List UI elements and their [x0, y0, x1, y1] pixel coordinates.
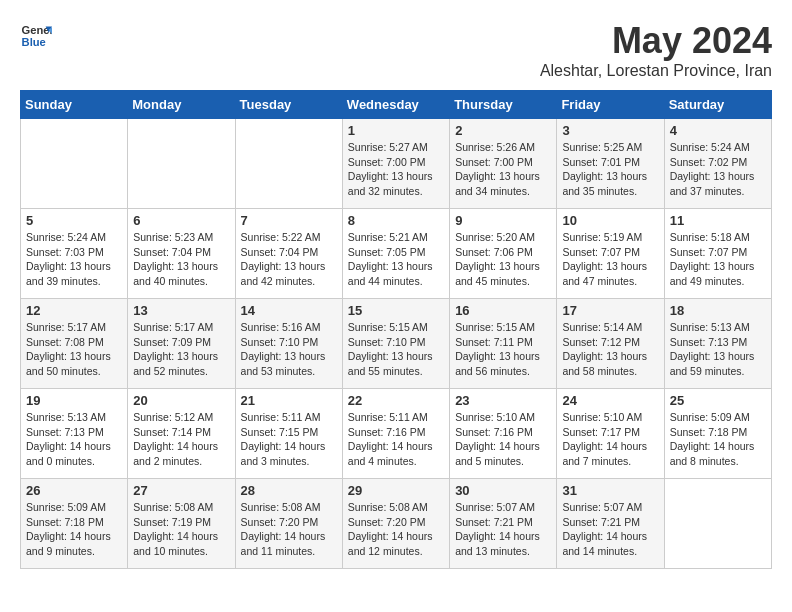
calendar-cell: 17Sunrise: 5:14 AM Sunset: 7:12 PM Dayli…: [557, 299, 664, 389]
weekday-header-sunday: Sunday: [21, 91, 128, 119]
day-info: Sunrise: 5:27 AM Sunset: 7:00 PM Dayligh…: [348, 140, 444, 199]
day-info: Sunrise: 5:25 AM Sunset: 7:01 PM Dayligh…: [562, 140, 658, 199]
day-number: 22: [348, 393, 444, 408]
day-number: 6: [133, 213, 229, 228]
week-row-2: 5Sunrise: 5:24 AM Sunset: 7:03 PM Daylig…: [21, 209, 772, 299]
day-number: 4: [670, 123, 766, 138]
day-number: 13: [133, 303, 229, 318]
day-number: 16: [455, 303, 551, 318]
day-info: Sunrise: 5:15 AM Sunset: 7:11 PM Dayligh…: [455, 320, 551, 379]
week-row-1: 1Sunrise: 5:27 AM Sunset: 7:00 PM Daylig…: [21, 119, 772, 209]
calendar-cell: 22Sunrise: 5:11 AM Sunset: 7:16 PM Dayli…: [342, 389, 449, 479]
calendar-cell: 19Sunrise: 5:13 AM Sunset: 7:13 PM Dayli…: [21, 389, 128, 479]
calendar-cell: 13Sunrise: 5:17 AM Sunset: 7:09 PM Dayli…: [128, 299, 235, 389]
day-info: Sunrise: 5:22 AM Sunset: 7:04 PM Dayligh…: [241, 230, 337, 289]
calendar-cell: 8Sunrise: 5:21 AM Sunset: 7:05 PM Daylig…: [342, 209, 449, 299]
calendar-cell: 30Sunrise: 5:07 AM Sunset: 7:21 PM Dayli…: [450, 479, 557, 569]
day-number: 31: [562, 483, 658, 498]
calendar-cell: 16Sunrise: 5:15 AM Sunset: 7:11 PM Dayli…: [450, 299, 557, 389]
day-info: Sunrise: 5:11 AM Sunset: 7:15 PM Dayligh…: [241, 410, 337, 469]
day-number: 24: [562, 393, 658, 408]
calendar-cell: 26Sunrise: 5:09 AM Sunset: 7:18 PM Dayli…: [21, 479, 128, 569]
day-number: 11: [670, 213, 766, 228]
day-number: 10: [562, 213, 658, 228]
day-info: Sunrise: 5:24 AM Sunset: 7:02 PM Dayligh…: [670, 140, 766, 199]
day-info: Sunrise: 5:08 AM Sunset: 7:20 PM Dayligh…: [241, 500, 337, 559]
day-info: Sunrise: 5:09 AM Sunset: 7:18 PM Dayligh…: [26, 500, 122, 559]
calendar-cell: 1Sunrise: 5:27 AM Sunset: 7:00 PM Daylig…: [342, 119, 449, 209]
day-number: 8: [348, 213, 444, 228]
calendar-cell: [21, 119, 128, 209]
day-info: Sunrise: 5:19 AM Sunset: 7:07 PM Dayligh…: [562, 230, 658, 289]
day-info: Sunrise: 5:16 AM Sunset: 7:10 PM Dayligh…: [241, 320, 337, 379]
day-number: 15: [348, 303, 444, 318]
day-number: 29: [348, 483, 444, 498]
weekday-header-saturday: Saturday: [664, 91, 771, 119]
day-info: Sunrise: 5:23 AM Sunset: 7:04 PM Dayligh…: [133, 230, 229, 289]
calendar-cell: 9Sunrise: 5:20 AM Sunset: 7:06 PM Daylig…: [450, 209, 557, 299]
weekday-header-thursday: Thursday: [450, 91, 557, 119]
day-number: 5: [26, 213, 122, 228]
page-header: General Blue May 2024 Aleshtar, Lorestan…: [20, 20, 772, 80]
day-number: 19: [26, 393, 122, 408]
day-info: Sunrise: 5:13 AM Sunset: 7:13 PM Dayligh…: [670, 320, 766, 379]
day-number: 26: [26, 483, 122, 498]
day-info: Sunrise: 5:09 AM Sunset: 7:18 PM Dayligh…: [670, 410, 766, 469]
calendar-cell: 12Sunrise: 5:17 AM Sunset: 7:08 PM Dayli…: [21, 299, 128, 389]
day-number: 23: [455, 393, 551, 408]
calendar-cell: 24Sunrise: 5:10 AM Sunset: 7:17 PM Dayli…: [557, 389, 664, 479]
calendar-cell: 6Sunrise: 5:23 AM Sunset: 7:04 PM Daylig…: [128, 209, 235, 299]
day-info: Sunrise: 5:10 AM Sunset: 7:16 PM Dayligh…: [455, 410, 551, 469]
week-row-4: 19Sunrise: 5:13 AM Sunset: 7:13 PM Dayli…: [21, 389, 772, 479]
day-number: 28: [241, 483, 337, 498]
day-number: 17: [562, 303, 658, 318]
day-number: 20: [133, 393, 229, 408]
calendar-cell: 5Sunrise: 5:24 AM Sunset: 7:03 PM Daylig…: [21, 209, 128, 299]
day-number: 25: [670, 393, 766, 408]
day-number: 14: [241, 303, 337, 318]
calendar-cell: 11Sunrise: 5:18 AM Sunset: 7:07 PM Dayli…: [664, 209, 771, 299]
calendar-cell: 23Sunrise: 5:10 AM Sunset: 7:16 PM Dayli…: [450, 389, 557, 479]
day-info: Sunrise: 5:07 AM Sunset: 7:21 PM Dayligh…: [455, 500, 551, 559]
day-info: Sunrise: 5:18 AM Sunset: 7:07 PM Dayligh…: [670, 230, 766, 289]
day-info: Sunrise: 5:17 AM Sunset: 7:08 PM Dayligh…: [26, 320, 122, 379]
day-info: Sunrise: 5:20 AM Sunset: 7:06 PM Dayligh…: [455, 230, 551, 289]
weekday-header-tuesday: Tuesday: [235, 91, 342, 119]
day-info: Sunrise: 5:17 AM Sunset: 7:09 PM Dayligh…: [133, 320, 229, 379]
calendar-cell: 7Sunrise: 5:22 AM Sunset: 7:04 PM Daylig…: [235, 209, 342, 299]
month-title: May 2024: [540, 20, 772, 62]
weekday-header-row: SundayMondayTuesdayWednesdayThursdayFrid…: [21, 91, 772, 119]
day-number: 12: [26, 303, 122, 318]
weekday-header-wednesday: Wednesday: [342, 91, 449, 119]
day-number: 18: [670, 303, 766, 318]
calendar-cell: 10Sunrise: 5:19 AM Sunset: 7:07 PM Dayli…: [557, 209, 664, 299]
day-number: 7: [241, 213, 337, 228]
calendar-cell: [128, 119, 235, 209]
calendar-cell: 18Sunrise: 5:13 AM Sunset: 7:13 PM Dayli…: [664, 299, 771, 389]
day-number: 9: [455, 213, 551, 228]
calendar-cell: 25Sunrise: 5:09 AM Sunset: 7:18 PM Dayli…: [664, 389, 771, 479]
day-info: Sunrise: 5:14 AM Sunset: 7:12 PM Dayligh…: [562, 320, 658, 379]
calendar-cell: 21Sunrise: 5:11 AM Sunset: 7:15 PM Dayli…: [235, 389, 342, 479]
weekday-header-friday: Friday: [557, 91, 664, 119]
calendar-cell: 3Sunrise: 5:25 AM Sunset: 7:01 PM Daylig…: [557, 119, 664, 209]
day-number: 27: [133, 483, 229, 498]
day-number: 1: [348, 123, 444, 138]
day-number: 3: [562, 123, 658, 138]
day-info: Sunrise: 5:26 AM Sunset: 7:00 PM Dayligh…: [455, 140, 551, 199]
calendar-cell: 29Sunrise: 5:08 AM Sunset: 7:20 PM Dayli…: [342, 479, 449, 569]
calendar-cell: 31Sunrise: 5:07 AM Sunset: 7:21 PM Dayli…: [557, 479, 664, 569]
calendar-cell: 14Sunrise: 5:16 AM Sunset: 7:10 PM Dayli…: [235, 299, 342, 389]
day-info: Sunrise: 5:07 AM Sunset: 7:21 PM Dayligh…: [562, 500, 658, 559]
day-info: Sunrise: 5:11 AM Sunset: 7:16 PM Dayligh…: [348, 410, 444, 469]
calendar-cell: 2Sunrise: 5:26 AM Sunset: 7:00 PM Daylig…: [450, 119, 557, 209]
day-number: 30: [455, 483, 551, 498]
week-row-5: 26Sunrise: 5:09 AM Sunset: 7:18 PM Dayli…: [21, 479, 772, 569]
day-info: Sunrise: 5:08 AM Sunset: 7:19 PM Dayligh…: [133, 500, 229, 559]
calendar-table: SundayMondayTuesdayWednesdayThursdayFrid…: [20, 90, 772, 569]
day-info: Sunrise: 5:21 AM Sunset: 7:05 PM Dayligh…: [348, 230, 444, 289]
day-info: Sunrise: 5:13 AM Sunset: 7:13 PM Dayligh…: [26, 410, 122, 469]
calendar-cell: 20Sunrise: 5:12 AM Sunset: 7:14 PM Dayli…: [128, 389, 235, 479]
calendar-cell: 15Sunrise: 5:15 AM Sunset: 7:10 PM Dayli…: [342, 299, 449, 389]
logo-icon: General Blue: [20, 20, 52, 52]
